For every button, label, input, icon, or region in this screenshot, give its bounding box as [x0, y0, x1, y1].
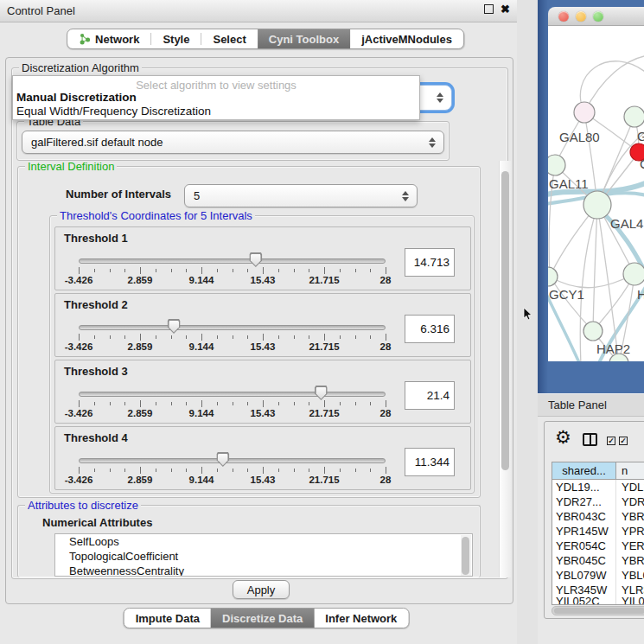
combo-stepper-icon — [437, 92, 443, 103]
table-data-value: galFiltered.sif default node — [31, 136, 163, 149]
float-window-icon[interactable] — [484, 4, 494, 14]
close-traffic-light-icon[interactable] — [558, 11, 569, 22]
tab-jactivemnodules[interactable]: jActiveMNodules — [350, 29, 463, 48]
table-row[interactable]: YBL079WYBL0 — [552, 568, 644, 583]
slider-tick-labels: -3.4262.8599.14415.4321.71528 — [79, 475, 386, 487]
threshold-3-value-field[interactable]: 21.4 — [405, 381, 455, 410]
list-scrollbar[interactable] — [461, 535, 471, 577]
threshold-3-row: Threshold 3 -3.4262.8599.14415.4321.7152… — [54, 360, 471, 424]
tab-network[interactable]: Network — [67, 29, 150, 48]
table-row[interactable]: YER054CYER0 — [552, 539, 644, 553]
zoom-traffic-light-icon[interactable] — [593, 11, 603, 22]
node-label: GCY1 — [549, 287, 584, 302]
table-horizontal-scrollbar[interactable] — [552, 606, 644, 615]
node-label: GA — [637, 129, 644, 143]
threshold-2-row: Threshold 2 -3.4262.8599.14415.4321.7152… — [54, 293, 471, 357]
checkbox-icon[interactable]: ✓ — [607, 437, 615, 445]
threshold-4-slider[interactable] — [79, 458, 386, 463]
table-panel-title: Table Panel — [548, 399, 607, 411]
algorithm-option-equal-width[interactable]: Equal Width/Frequency Discretization — [16, 105, 211, 118]
node-hap2[interactable] — [583, 322, 603, 341]
table-row-partial[interactable]: YIL052CYIL0 — [552, 597, 644, 604]
algorithm-dropdown-popup: Select algorithm to view settings Manual… — [12, 75, 420, 120]
table-row[interactable]: YBR043CYBR0 — [552, 509, 644, 524]
gear-icon[interactable]: ⚙ — [555, 428, 571, 447]
bottom-tab-bar: Impute Data Discretize Data Infer Networ… — [124, 608, 410, 628]
interval-definition-title: Interval Definition — [25, 160, 117, 173]
interval-definition-group: Interval Definition Number of Intervals … — [17, 166, 481, 498]
settings-scrollbar[interactable] — [499, 161, 511, 577]
table-panel-window: ⚙ ✓ ✓ shared... n YDL19...YDL1 YDR27...Y… — [544, 421, 644, 619]
network-graph: GAL80 GA C GAL11 GAL4 GCY1 H HAP2 — [548, 26, 644, 361]
table-row[interactable]: YPR145WYPR1 — [552, 524, 644, 539]
tab-cyni-toolbox[interactable]: Cyni Toolbox — [258, 29, 350, 48]
table-header-row: shared... n — [552, 462, 644, 480]
table-row[interactable]: YLR345WYLR3 — [552, 583, 644, 597]
node-gcy1[interactable] — [548, 267, 558, 286]
attributes-group-title: Attributes to discretize — [25, 499, 141, 512]
control-panel-title: Control Panel — [7, 4, 75, 17]
list-item[interactable]: TopologicalCoefficient — [55, 549, 472, 564]
list-item[interactable]: BetweennessCentrality — [55, 564, 472, 577]
tab-discretize-data[interactable]: Discretize Data — [211, 609, 314, 628]
apply-button[interactable]: Apply — [233, 580, 290, 599]
slider-ticks — [79, 467, 386, 475]
number-of-intervals-value: 5 — [194, 189, 200, 202]
numerical-attributes-label: Numerical Attributes — [42, 516, 152, 529]
tab-infer-network[interactable]: Infer Network — [314, 609, 408, 628]
network-window-titlebar[interactable] — [548, 7, 644, 26]
table-row[interactable]: YBR045CYBR0 — [552, 553, 644, 568]
checkbox-icon[interactable]: ✓ — [619, 437, 628, 445]
mouse-cursor — [523, 308, 535, 322]
tab-style[interactable]: Style — [151, 29, 201, 48]
threshold-4-slider-thumb[interactable] — [216, 452, 229, 467]
node-label: GAL80 — [559, 130, 600, 144]
slider-tick-labels: -3.4262.8599.14415.4321.71528 — [79, 275, 386, 287]
network-icon — [79, 33, 91, 45]
algorithm-option-manual[interactable]: Manual Discretization — [16, 91, 137, 104]
threshold-3-slider[interactable] — [79, 392, 386, 397]
table-row[interactable]: YDL19...YDL1 — [552, 480, 644, 494]
algorithm-prompt: Select algorithm to view settings — [13, 79, 419, 92]
node-gal11[interactable] — [548, 155, 565, 175]
column-header-shared-name[interactable]: shared... — [552, 462, 616, 479]
close-icon[interactable]: ✖ — [501, 4, 510, 14]
tab-select[interactable]: Select — [201, 29, 257, 48]
panel-divider[interactable] — [517, 0, 538, 644]
network-canvas[interactable]: GAL80 GA C GAL11 GAL4 GCY1 H HAP2 — [548, 26, 644, 361]
node-label: C — [640, 156, 644, 171]
threshold-1-slider-thumb[interactable] — [249, 252, 262, 267]
node-gal80[interactable] — [574, 102, 595, 123]
thresholds-group: Threshold's Coordinates for 5 Intervals … — [49, 215, 475, 494]
threshold-2-value-field[interactable]: 6.316 — [405, 315, 455, 343]
node-h[interactable] — [623, 263, 644, 285]
list-item[interactable]: SelfLoops — [55, 534, 472, 549]
threshold-2-slider-thumb[interactable] — [168, 319, 181, 334]
threshold-1-slider[interactable] — [79, 258, 386, 264]
slider-tick-labels: -3.4262.8599.14415.4321.71528 — [79, 408, 386, 420]
table-data-combobox[interactable]: galFiltered.sif default node — [22, 131, 444, 154]
slider-ticks — [79, 400, 386, 408]
column-header-name[interactable]: n — [616, 462, 644, 479]
node-attribute-table: shared... n YDL19...YDL1 YDR27...YDR2 YB… — [552, 462, 644, 605]
numerical-attributes-list[interactable]: SelfLoops TopologicalCoefficient Between… — [54, 533, 473, 577]
node-label: H — [637, 287, 644, 302]
discretization-algorithm-group-title: Discretization Algorithm — [19, 61, 142, 74]
attributes-group: Attributes to discretize Numerical Attri… — [17, 505, 481, 577]
threshold-1-row: Threshold 1 -3.4262.8599.14415.4321.7152… — [54, 226, 471, 290]
network-view-window: GAL80 GA C GAL11 GAL4 GCY1 H HAP2 — [538, 0, 644, 393]
table-data-group: Table Data galFiltered.sif default node — [16, 121, 450, 161]
threshold-3-slider-thumb[interactable] — [315, 386, 328, 400]
minimize-traffic-light-icon[interactable] — [576, 11, 586, 22]
threshold-2-slider[interactable] — [79, 325, 386, 330]
threshold-1-value-field[interactable]: 14.713 — [405, 248, 455, 277]
thresholds-group-title: Threshold's Coordinates for 5 Intervals — [57, 209, 255, 222]
tab-impute-data[interactable]: Impute Data — [124, 609, 211, 628]
table-row[interactable]: YDR27...YDR2 — [552, 494, 644, 509]
split-columns-icon[interactable] — [583, 433, 597, 446]
threshold-4-value-field[interactable]: 11.344 — [405, 448, 455, 476]
node-top-right[interactable] — [624, 106, 644, 127]
number-of-intervals-combobox[interactable]: 5 — [184, 184, 418, 207]
slider-tick-labels: -3.4262.8599.14415.4321.71528 — [79, 341, 386, 354]
node-gal4[interactable] — [583, 191, 611, 219]
